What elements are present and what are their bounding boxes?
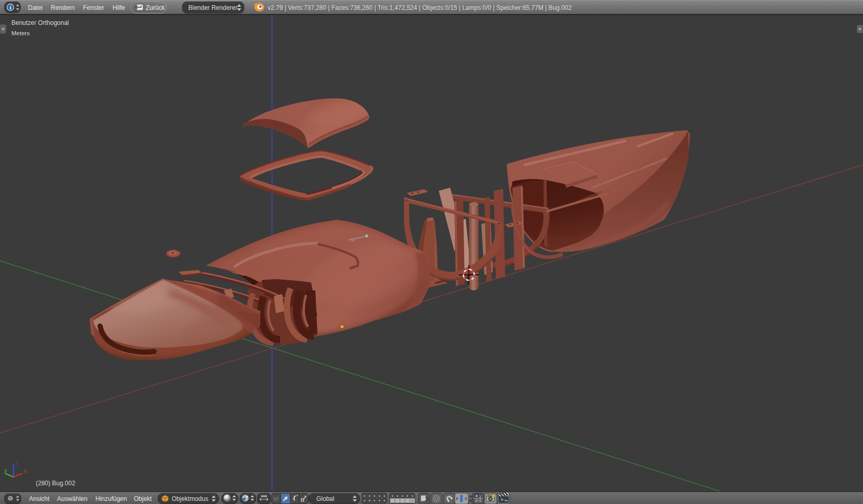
- svg-text:y: y: [4, 467, 7, 473]
- svg-text:i: i: [9, 4, 11, 10]
- svg-text:z: z: [15, 460, 18, 466]
- svg-text:x: x: [24, 468, 27, 474]
